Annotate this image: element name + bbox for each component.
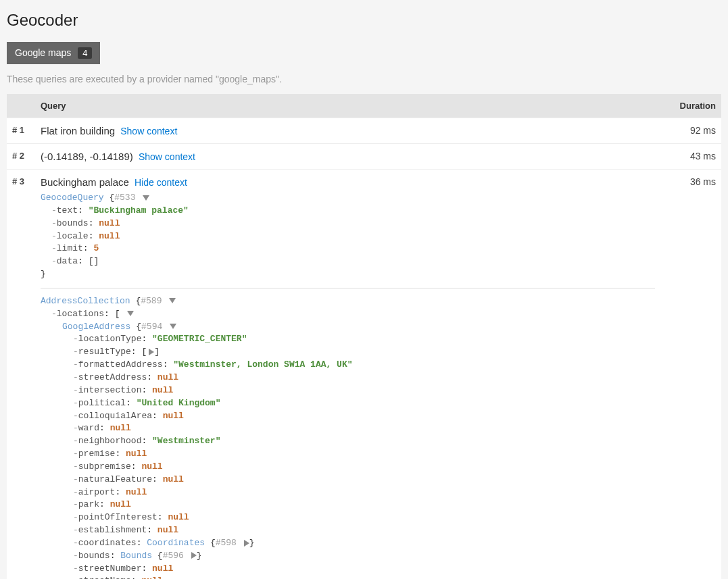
dump-key: locations bbox=[57, 309, 104, 319]
row-query: (-0.14189, -0.14189) Show context bbox=[35, 144, 660, 170]
dump-field: -neighborhood: "Westminster" bbox=[41, 435, 655, 448]
dump-field: -airport: null bbox=[41, 486, 655, 499]
query-text: (-0.14189, -0.14189) bbox=[41, 151, 133, 162]
row-idx: # 3 bbox=[7, 170, 35, 580]
dump-val: 5 bbox=[93, 243, 99, 253]
row-duration: 92 ms bbox=[660, 118, 721, 144]
table-row: # 1 Flat iron building Show context 92 m… bbox=[7, 118, 721, 144]
dump-field: -bounds: Bounds {#596 } bbox=[41, 550, 655, 563]
dump-field: -premise: null bbox=[41, 448, 655, 461]
dump-ref: #594 bbox=[141, 322, 162, 332]
dump-field: -naturalFeature: null bbox=[41, 474, 655, 486]
dump-ref: #589 bbox=[141, 296, 162, 306]
table-row: # 2 (-0.14189, -0.14189) Show context 43… bbox=[7, 144, 721, 170]
row-idx: # 1 bbox=[7, 118, 35, 144]
caret-right-icon[interactable] bbox=[191, 552, 197, 559]
caret-down-icon[interactable] bbox=[143, 195, 149, 201]
dump-field: -ward: null bbox=[41, 422, 655, 435]
col-idx bbox=[7, 94, 35, 118]
dump-field: -formattedAddress: "Westminster, London … bbox=[41, 359, 655, 372]
row-query: Flat iron building Show context bbox=[35, 118, 660, 144]
row-idx: # 2 bbox=[7, 144, 35, 170]
dump-field: -streetAddress: null bbox=[41, 372, 655, 384]
dump-field: -streetName: null bbox=[41, 575, 655, 579]
dump-field: -park: null bbox=[41, 499, 655, 511]
dump-val: [] bbox=[89, 256, 99, 266]
tab-bar: Google maps 4 bbox=[7, 42, 721, 64]
dump-val: "Buckingham palace" bbox=[89, 205, 189, 216]
row-duration: 36 ms bbox=[660, 170, 721, 580]
show-context-link[interactable]: Show context bbox=[139, 151, 195, 162]
query-text: Flat iron building bbox=[41, 125, 115, 136]
caret-down-icon[interactable] bbox=[170, 324, 176, 329]
dump-val: null bbox=[99, 218, 120, 228]
dump-class: AddressCollection bbox=[41, 296, 130, 306]
dump-block: GeocodeQuery {#533 -text: "Buckingham pa… bbox=[41, 192, 655, 579]
table-row: # 3 Buckingham palace Hide context Geoco… bbox=[7, 170, 721, 580]
row-duration: 43 ms bbox=[660, 144, 721, 170]
query-text: Buckingham palace bbox=[41, 176, 129, 188]
col-query: Query bbox=[35, 94, 660, 118]
dump-ref: #533 bbox=[114, 193, 135, 203]
dump-field: -locationType: "GEOMETRIC_CENTER" bbox=[41, 333, 655, 346]
hide-context-link[interactable]: Hide context bbox=[135, 177, 187, 188]
page-title: Geocoder bbox=[7, 11, 721, 30]
dump-field: -establishment: null bbox=[41, 524, 655, 537]
col-duration: Duration bbox=[660, 94, 721, 118]
caret-down-icon[interactable] bbox=[127, 311, 134, 316]
caret-right-icon[interactable] bbox=[244, 540, 249, 547]
dump-field: -intersection: null bbox=[41, 384, 655, 397]
helper-text: These queries are executed by a provider… bbox=[7, 74, 721, 84]
tab-badge: 4 bbox=[78, 47, 92, 59]
dump-field: -coordinates: Coordinates {#598 } bbox=[41, 537, 655, 550]
dump-class: GeocodeQuery bbox=[41, 193, 104, 203]
dump-field: -streetNumber: null bbox=[41, 563, 655, 576]
tab-google-maps[interactable]: Google maps 4 bbox=[7, 42, 100, 64]
show-context-link[interactable]: Show context bbox=[120, 126, 177, 136]
dump-class: GoogleAddress bbox=[62, 322, 130, 332]
dump-field: -subpremise: null bbox=[41, 461, 655, 474]
dump-field: -colloquialArea: null bbox=[41, 410, 655, 423]
row-query: Buckingham palace Hide context GeocodeQu… bbox=[35, 170, 660, 580]
dump-field: -political: "United Kingdom" bbox=[41, 397, 655, 410]
queries-table: Query Duration # 1 Flat iron building Sh… bbox=[7, 94, 721, 579]
dump-field: -pointOfInterest: null bbox=[41, 511, 655, 524]
dump-field: -resultType: [] bbox=[41, 346, 655, 359]
caret-down-icon[interactable] bbox=[169, 298, 176, 303]
dump-separator bbox=[41, 288, 655, 288]
dump-val: null bbox=[99, 231, 120, 241]
tab-label: Google maps bbox=[15, 47, 71, 58]
